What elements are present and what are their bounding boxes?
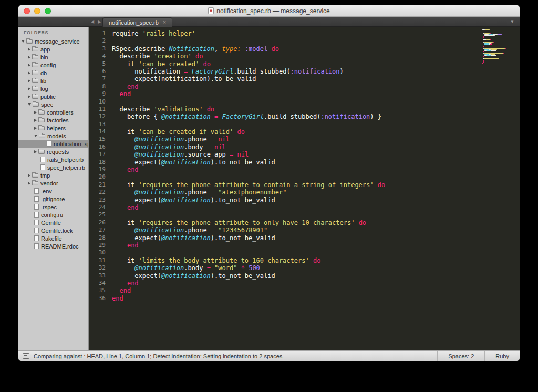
code-line[interactable]: 5 it 'can be created' do [89,60,520,68]
code-line[interactable]: 8 end [89,83,520,90]
code-line[interactable]: 11 describe 'validations' do [89,106,520,113]
disclosure-triangle[interactable] [22,40,25,43]
code-line[interactable]: 16 @notification.body = nil [89,143,520,151]
disclosure-triangle[interactable] [28,64,30,67]
code-line[interactable]: 33 expect(@notification).to_not be_valid [89,272,520,280]
code-line[interactable]: 10 [89,98,520,106]
sidebar-item[interactable]: rails_helper.rb [18,156,88,163]
sidebar-item[interactable]: config.ru [18,211,88,219]
code-line[interactable]: 13 [89,121,520,128]
line-number: 13 [89,121,106,128]
line-number: 2 [89,37,106,45]
sidebar-item-label: .env [41,188,52,194]
code-line[interactable]: 36end [89,295,520,302]
status-panel-icon[interactable] [23,353,29,359]
sidebar-item[interactable]: spec [18,100,88,108]
code-line[interactable]: 3RSpec.describe Notification, type: :mod… [89,45,520,53]
code-line[interactable]: 28 expect(@notification).to_not be_valid [89,234,520,242]
code-line[interactable]: 26 it 'requires the phone attribute to o… [89,219,520,226]
code-line[interactable]: 15 @notification.phone = nil [89,136,520,143]
disclosure-triangle[interactable] [28,103,31,106]
sidebar-item[interactable]: factories [18,116,88,124]
file-icon [34,235,39,241]
code-line[interactable]: 6 notification = FactoryGirl.build_stubb… [89,68,520,75]
disclosure-triangle[interactable] [34,150,37,153]
disclosure-triangle[interactable] [28,95,30,98]
sidebar-item[interactable]: helpers [18,124,88,132]
code-line[interactable]: 19 end [89,166,520,173]
sidebar-item[interactable]: db [18,69,88,77]
code-line[interactable]: 34 end [89,280,520,287]
line-number: 25 [89,211,106,219]
code-line[interactable]: 17 @notification.source_app = nil [89,151,520,158]
sidebar-item[interactable]: tmp [18,171,88,179]
sidebar-item[interactable]: message_service [18,37,88,45]
disclosure-triangle[interactable] [28,56,30,59]
sidebar-item[interactable]: Rakefile [18,234,88,242]
sidebar-item[interactable]: bin [18,53,88,61]
indentation-status[interactable]: Spaces: 2 [437,351,484,362]
code-line[interactable]: 14 it 'can be created if valid' do [89,128,520,136]
code-line[interactable]: 27 @notification.phone = "12345678901" [89,226,520,234]
sidebar-item[interactable]: vendor [18,179,88,187]
sidebar-item[interactable]: requests [18,148,88,156]
code-line[interactable]: 35 end [89,287,520,294]
sidebar-item[interactable]: .gitignore [18,195,88,203]
code-line[interactable]: 9 end [89,90,520,98]
code-line[interactable]: 1require 'rails_helper' [89,30,520,37]
sidebar-item[interactable]: models [18,132,88,140]
sidebar-item[interactable]: app [18,45,88,53]
code-line[interactable]: 25 [89,211,520,219]
ruby-file-icon [208,7,214,14]
code-line[interactable]: 21 it 'requires the phone attribute to c… [89,181,520,189]
code-line[interactable]: 12 before { @notification = FactoryGirl.… [89,113,520,120]
sidebar-item[interactable]: Gemfile.lock [18,226,88,234]
tab-close-icon[interactable]: × [163,19,166,25]
disclosure-triangle[interactable] [34,111,37,114]
sidebar-item[interactable]: lib [18,77,88,85]
minimap[interactable] [482,29,517,64]
sidebar-item[interactable]: Gemfile [18,219,88,226]
sidebar-item[interactable]: public [18,92,88,100]
file-icon [34,220,39,225]
sidebar-item[interactable]: controllers [18,108,88,116]
status-bar: Comparing against : HEAD, Line 1, Column… [18,350,520,361]
disclosure-triangle[interactable] [34,127,37,130]
tab-overflow-icon[interactable]: ▼ [510,17,514,27]
sidebar-item-label: vendor [40,180,58,187]
code-line[interactable]: 2 [89,37,520,45]
code-line[interactable]: 23 expect(@notification).to_not be_valid [89,197,520,204]
sidebar-item[interactable]: log [18,85,88,92]
sidebar-item[interactable]: .rspec [18,203,88,211]
sidebar-item[interactable]: .env [18,187,88,195]
editor[interactable]: 1require 'rails_helper'23RSpec.describe … [89,27,520,350]
code-line[interactable]: 7 expect(notification).to be_valid [89,75,520,82]
disclosure-triangle[interactable] [28,79,30,82]
code-line[interactable]: 24 end [89,204,520,211]
code-line[interactable]: 22 @notification.phone = "atextphonenumb… [89,189,520,196]
code-line[interactable]: 31 it 'limits the body attribute to 160 … [89,257,520,264]
syntax-status[interactable]: Ruby [484,351,520,362]
code-line[interactable]: 20 [89,173,520,181]
code-line[interactable]: 30 [89,249,520,256]
disclosure-triangle[interactable] [34,119,37,122]
code-line[interactable]: 18 expect(@notification).to_not be_valid [89,159,520,166]
forward-icon[interactable]: ▶ [98,19,101,24]
title-bar[interactable]: notification_spec.rb — message_service [18,5,520,17]
tab-notification-spec[interactable]: notification_spec.rb × [102,17,172,27]
code-line[interactable]: 4 describe 'creation' do [89,53,520,60]
sidebar-item-label: app [40,46,50,53]
disclosure-triangle[interactable] [28,87,30,90]
disclosure-triangle[interactable] [34,135,37,137]
disclosure-triangle[interactable] [28,48,30,51]
code-line[interactable]: 32 @notification.body = "word" * 500 [89,264,520,272]
sidebar-item[interactable]: README.rdoc [18,242,88,250]
sidebar-item[interactable]: notification_spec.rb [18,140,88,148]
disclosure-triangle[interactable] [28,182,30,185]
back-icon[interactable]: ◀ [91,19,94,24]
code-line[interactable]: 29 end [89,242,520,249]
disclosure-triangle[interactable] [28,174,30,177]
sidebar-item[interactable]: spec_helper.rb [18,163,88,171]
sidebar-item[interactable]: config [18,61,88,69]
disclosure-triangle[interactable] [28,71,30,75]
